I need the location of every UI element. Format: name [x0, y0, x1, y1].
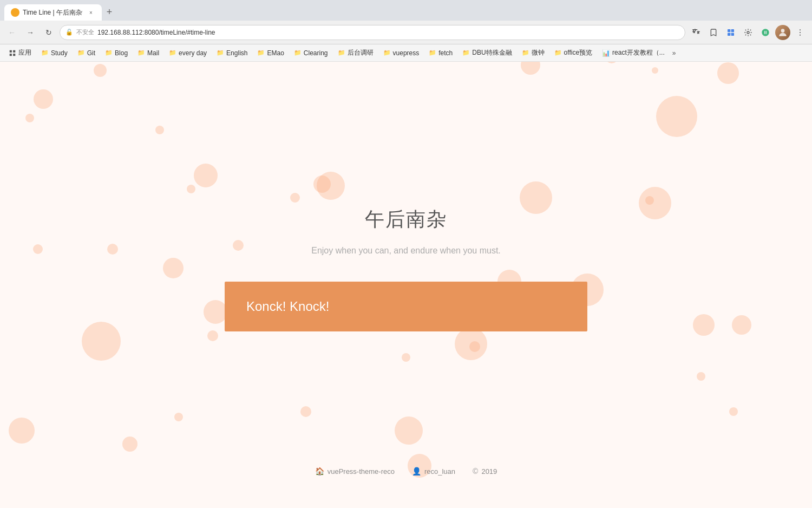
- decorative-bubble: [290, 193, 300, 203]
- refresh-button[interactable]: ↻: [41, 25, 56, 40]
- bookmark-english[interactable]: 📁 English: [212, 48, 252, 58]
- bookmark-fetch[interactable]: 📁 fetch: [424, 48, 457, 58]
- bookmark-office-label: office预览: [564, 48, 592, 57]
- decorative-bubble: [207, 330, 218, 341]
- folder-icon: 📁: [522, 49, 529, 56]
- decorative-bubble: [732, 315, 751, 335]
- extension-button-3[interactable]: [758, 25, 773, 40]
- back-button[interactable]: ←: [4, 25, 19, 40]
- bookmark-apps-label: 应用: [18, 48, 31, 57]
- extension-button-2[interactable]: [741, 25, 756, 40]
- site-title: 午后南杂: [365, 206, 447, 233]
- bookmark-emao[interactable]: 📁 EMao: [253, 48, 288, 58]
- knock-card[interactable]: Konck! Knock!: [225, 282, 587, 331]
- bookmark-vuepress[interactable]: 📁 vuepress: [379, 48, 424, 58]
- spreadsheet-icon: 📊: [602, 49, 610, 57]
- svg-point-5: [781, 29, 785, 32]
- browser-window: Time Line | 午后南杂 × + ← → ↻ 🔓 不安全 192.168…: [0, 0, 812, 508]
- decorative-bubble: [204, 300, 227, 324]
- footer-theme-text: vuePress-theme-reco: [328, 467, 395, 476]
- decorative-bubble: [313, 175, 331, 193]
- decorative-bubble: [717, 62, 739, 84]
- bookmark-git[interactable]: 📁 Git: [73, 48, 100, 58]
- svg-rect-1: [731, 29, 734, 32]
- bookmark-clearing[interactable]: 📁 Clearing: [290, 48, 332, 58]
- bookmark-weizhong[interactable]: 📁 微钟: [518, 47, 549, 58]
- decorative-bubble: [25, 114, 34, 122]
- decorative-bubble: [33, 244, 43, 254]
- svg-point-6: [800, 29, 801, 30]
- decorative-bubble: [82, 322, 121, 361]
- decorative-bubble: [9, 418, 35, 444]
- tab-bar: Time Line | 午后南杂 × +: [0, 0, 812, 21]
- folder-icon: 📁: [41, 49, 49, 56]
- bookmark-apps[interactable]: 应用: [4, 47, 36, 58]
- svg-rect-11: [10, 54, 12, 56]
- svg-rect-10: [13, 50, 15, 52]
- svg-rect-2: [728, 32, 730, 35]
- decorative-bubble: [187, 185, 195, 193]
- active-tab[interactable]: Time Line | 午后南杂 ×: [4, 4, 102, 21]
- forward-button[interactable]: →: [23, 25, 38, 40]
- bookmark-dbu-label: DBU特殊金融: [472, 48, 512, 57]
- more-bookmarks-button[interactable]: »: [670, 48, 678, 58]
- author-icon: 👤: [412, 467, 421, 476]
- decorative-bubble: [402, 353, 410, 362]
- bookmark-office[interactable]: 📁 office预览: [550, 47, 597, 58]
- folder-icon: 📁: [383, 49, 391, 56]
- folder-icon: 📁: [294, 49, 302, 56]
- profile-avatar: [775, 25, 790, 40]
- decorative-bubble: [645, 196, 654, 205]
- bookmark-button[interactable]: [706, 25, 721, 40]
- bookmark-everyday[interactable]: 📁 every day: [165, 48, 211, 58]
- svg-point-8: [800, 34, 801, 35]
- decorative-bubble: [395, 416, 423, 445]
- security-label: 不安全: [76, 28, 94, 36]
- bookmark-houtai[interactable]: 📁 后台调研: [333, 47, 378, 58]
- bookmark-blog[interactable]: 📁 Blog: [101, 48, 132, 58]
- bookmark-study-label: Study: [51, 49, 68, 57]
- webpage-content: 午后南杂 Enjoy when you can, and endure when…: [0, 62, 812, 508]
- folder-icon: 📁: [137, 49, 145, 56]
- decorative-bubble: [300, 406, 311, 417]
- folder-icon: 📁: [554, 49, 562, 56]
- copyright-icon: ©: [473, 467, 478, 476]
- svg-rect-9: [10, 50, 12, 52]
- folder-icon: 📁: [77, 49, 85, 56]
- profile-button[interactable]: [775, 25, 790, 40]
- site-subtitle: Enjoy when you can, and endure when you …: [311, 246, 501, 256]
- theme-icon: 🏠: [315, 467, 324, 476]
- translate-button[interactable]: [689, 25, 704, 40]
- decorative-bubble: [94, 64, 107, 77]
- menu-button[interactable]: [793, 25, 808, 40]
- decorative-bubble: [155, 126, 164, 134]
- tab-close-button[interactable]: ×: [87, 8, 95, 17]
- decorative-bubble: [163, 258, 184, 278]
- folder-icon: 📁: [169, 49, 176, 56]
- folder-icon: 📁: [217, 49, 224, 56]
- bookmark-blog-label: Blog: [115, 49, 128, 57]
- bookmarks-bar: 应用 📁 Study 📁 Git 📁 Blog 📁 Mail 📁 every d…: [0, 44, 812, 62]
- bookmark-study[interactable]: 📁 Study: [37, 48, 72, 58]
- bookmark-vuepress-label: vuepress: [393, 49, 420, 57]
- bookmark-mail[interactable]: 📁 Mail: [133, 48, 163, 58]
- decorative-bubble: [469, 341, 480, 352]
- decorative-bubble: [693, 314, 715, 336]
- decorative-bubble: [194, 164, 218, 187]
- footer-year: © 2019: [473, 467, 497, 476]
- address-bar[interactable]: 🔓 不安全 192.168.88.112:8080/timeLine/#time…: [60, 25, 685, 40]
- bookmark-react[interactable]: 📊 react开发教程（...: [598, 47, 669, 58]
- footer-theme: 🏠 vuePress-theme-reco: [315, 467, 395, 476]
- bookmark-dbu[interactable]: 📁 DBU特殊金融: [458, 47, 516, 58]
- extension-button-1[interactable]: [723, 25, 738, 40]
- folder-icon: 📁: [462, 49, 470, 56]
- bookmark-everyday-label: every day: [179, 49, 207, 57]
- decorative-bubble: [729, 407, 738, 416]
- bookmark-emao-label: EMao: [267, 49, 284, 57]
- tab-title: Time Line | 午后南杂: [23, 8, 83, 17]
- decorative-bubble: [34, 89, 53, 109]
- folder-icon: 📁: [338, 49, 345, 56]
- bookmark-mail-label: Mail: [147, 49, 159, 57]
- tab-favicon: [11, 8, 19, 17]
- new-tab-button[interactable]: +: [102, 4, 117, 19]
